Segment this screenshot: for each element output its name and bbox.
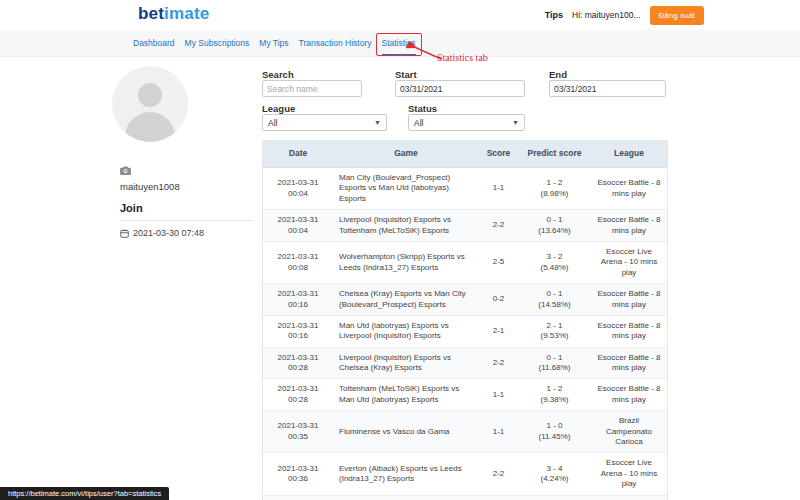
table-row: 2021-03-31 00:36Everton (Alback) Esports… xyxy=(263,453,667,495)
date-cell: 2021-03-31 00:36 xyxy=(263,453,333,494)
date-cell: 2021-03-31 00:04 xyxy=(263,210,333,241)
score-cell: 1-1 xyxy=(479,411,518,452)
logout-button[interactable]: Đăng xuất xyxy=(650,6,704,25)
score-cell: 0-2 xyxy=(479,284,518,315)
predict-cell: 3 - 4(4.24%) xyxy=(518,453,591,494)
date-cell: 2021-03-31 00:16 xyxy=(263,316,333,347)
user-greeting: Hi: maituyen100... xyxy=(572,10,641,20)
score-cell: 1-1 xyxy=(479,168,518,209)
betimate-logo[interactable]: betimate xyxy=(138,4,210,24)
divider xyxy=(120,220,252,221)
league-cell: Esoccer Battle - 8 mins play xyxy=(591,348,667,379)
predict-cell: 0 - 1(13.64%) xyxy=(518,210,591,241)
table-row: 2021-03-31 00:35Fluminense vs Vasco da G… xyxy=(263,411,667,453)
nav-items: DashboardMy SubscriptionsMy TipsTransact… xyxy=(133,30,416,56)
annotation-label: Statistics tab xyxy=(437,52,488,63)
join-heading: Join xyxy=(120,202,143,214)
score-cell: 2-4 xyxy=(479,496,518,500)
league-cell: Esoccer Live Arena - 10 mins play xyxy=(591,453,667,494)
column-header-score: Score xyxy=(479,141,518,167)
predict-cell: 4 - 2(5.07%) xyxy=(518,496,591,500)
start-date-input[interactable] xyxy=(395,80,525,97)
score-cell: 1-1 xyxy=(479,379,518,410)
start-date-label: Start xyxy=(395,69,417,80)
date-cell: 2021-03-31 00:28 xyxy=(263,379,333,410)
predict-cell: 1 - 2(8.98%) xyxy=(518,168,591,209)
status-select-value: All xyxy=(414,118,423,128)
status-url: https://betimate.com/vi/tips/user?tab=st… xyxy=(0,487,169,500)
table-row: 2021-03-31 00:36Leicester (Member) Espor… xyxy=(263,496,667,500)
predict-cell: 1 - 2(9.38%) xyxy=(518,379,591,410)
date-cell: 2021-03-31 00:16 xyxy=(263,284,333,315)
score-cell: 2-2 xyxy=(479,348,518,379)
table-row: 2021-03-31 00:28Liverpool (Inquisitor) E… xyxy=(263,348,667,380)
column-header-league: League xyxy=(591,141,667,167)
league-cell: Esoccer Battle - 8 mins play xyxy=(591,316,667,347)
league-cell: Esoccer Battle - 8 mins play xyxy=(591,168,667,209)
table-row: 2021-03-31 00:28Tottenham (MeLToSiK) Esp… xyxy=(263,379,667,411)
game-cell: Man Utd (labotryas) Esports vs Liverpool… xyxy=(333,316,479,347)
league-cell: Esoccer Live Arena - 10 mins play xyxy=(591,496,667,500)
predict-cell: 1 - 0(11.45%) xyxy=(518,411,591,452)
chevron-down-icon: ▼ xyxy=(512,119,519,126)
tips-link[interactable]: Tips xyxy=(545,10,563,20)
table-row: 2021-03-31 00:04Man City (Boulevard_Pros… xyxy=(263,168,667,210)
table-row: 2021-03-31 00:16Man Utd (labotryas) Espo… xyxy=(263,316,667,348)
game-cell: Fluminense vs Vasco da Gama xyxy=(333,411,479,452)
game-cell: Tottenham (MeLToSiK) Esports vs Man Utd … xyxy=(333,379,479,410)
profile-username: maituyen1008 xyxy=(120,181,180,192)
tab-transaction-history[interactable]: Transaction History xyxy=(299,30,372,56)
league-cell: Esoccer Battle - 8 mins play xyxy=(591,210,667,241)
game-cell: Everton (Alback) Esports vs Leeds (Indra… xyxy=(333,453,479,494)
tab-my-tips[interactable]: My Tips xyxy=(259,30,288,56)
league-cell: Esoccer Battle - 8 mins play xyxy=(591,284,667,315)
date-cell: 2021-03-31 00:35 xyxy=(263,411,333,452)
game-cell: Man City (Boulevard_Prospect) Esports vs… xyxy=(333,168,479,209)
status-select[interactable]: All ▼ xyxy=(408,114,525,131)
game-cell: Liverpool (Inquisitor) Esports vs Chelse… xyxy=(333,348,479,379)
tab-dashboard[interactable]: Dashboard xyxy=(133,30,175,56)
predict-cell: 0 - 1(14.58%) xyxy=(518,284,591,315)
predict-cell: 2 - 1(9.53%) xyxy=(518,316,591,347)
logo-text-bet: bet xyxy=(138,4,164,23)
tab-my-subscriptions[interactable]: My Subscriptions xyxy=(185,30,250,56)
game-cell: Leicester (Member) Esports vs Wolverhamp… xyxy=(333,496,479,500)
date-cell: 2021-03-31 00:28 xyxy=(263,348,333,379)
end-date-input[interactable] xyxy=(549,80,666,97)
score-cell: 2-1 xyxy=(479,316,518,347)
game-cell: Liverpool (Inquisitor) Esports vs Totten… xyxy=(333,210,479,241)
status-label: Status xyxy=(408,103,437,114)
header-actions: Tips Hi: maituyen100... Đăng xuất xyxy=(545,0,704,30)
top-header: betimate Tips Hi: maituyen100... Đăng xu… xyxy=(0,0,800,30)
column-header-game: Game xyxy=(333,141,479,167)
join-date-row: 2021-03-30 07:48 xyxy=(120,228,204,238)
date-cell: 2021-03-31 00:04 xyxy=(263,168,333,209)
stats-table: DateGameScorePredict scoreLeague 2021-03… xyxy=(262,140,668,500)
table-row: 2021-03-31 00:08Wolverhampton (Skripp) E… xyxy=(263,242,667,284)
league-cell: Brazil Campeonato Carioca xyxy=(591,411,667,452)
camera-upload-icon[interactable] xyxy=(120,161,131,179)
league-select-value: All xyxy=(268,118,277,128)
logo-text-imate: imate xyxy=(164,4,209,23)
avatar xyxy=(112,66,188,142)
column-header-predict-score: Predict score xyxy=(518,141,591,167)
predict-cell: 0 - 1(11.68%) xyxy=(518,348,591,379)
predict-cell: 3 - 2(5.48%) xyxy=(518,242,591,283)
score-cell: 2-2 xyxy=(479,453,518,494)
search-label: Search xyxy=(262,69,294,80)
stats-table-header: DateGameScorePredict scoreLeague xyxy=(263,141,667,168)
chevron-down-icon: ▼ xyxy=(374,119,381,126)
score-cell: 2-5 xyxy=(479,242,518,283)
league-label: League xyxy=(262,103,295,114)
main-nav: DashboardMy SubscriptionsMy TipsTransact… xyxy=(0,30,800,57)
avatar-person-icon xyxy=(138,83,162,107)
league-select[interactable]: All ▼ xyxy=(262,114,387,131)
league-cell: Esoccer Battle - 8 mins play xyxy=(591,379,667,410)
date-cell: 2021-03-31 00:36 xyxy=(263,496,333,500)
end-date-label: End xyxy=(549,69,567,80)
score-cell: 2-2 xyxy=(479,210,518,241)
stats-table-body: 2021-03-31 00:04Man City (Boulevard_Pros… xyxy=(263,168,667,500)
league-cell: Esoccer Live Arena - 10 mins play xyxy=(591,242,667,283)
table-row: 2021-03-31 00:16Chelsea (Kray) Esports v… xyxy=(263,284,667,316)
search-input[interactable] xyxy=(262,80,362,97)
